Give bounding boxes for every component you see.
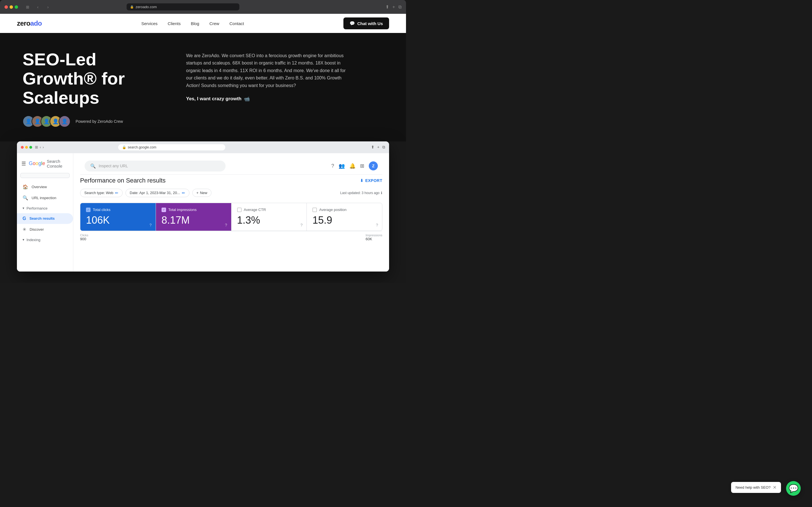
total-clicks-help-icon[interactable]: ? (149, 223, 152, 227)
new-filter-button[interactable]: + New (192, 189, 212, 197)
average-ctr-help-icon[interactable]: ? (300, 223, 303, 227)
inner-nav-btns: ⊞ ‹ › (35, 145, 44, 149)
lock-icon: 🔒 (130, 5, 134, 9)
total-clicks-checkbox[interactable]: ✓ (86, 208, 91, 212)
sidebar-indexing-section[interactable]: ▾ Indexing (17, 235, 73, 245)
date-chip[interactable]: Date: Apr 1, 2023-Mar 31, 20... ✏ (125, 189, 190, 197)
gsc-search-placeholder: Inspect any URL (99, 164, 128, 168)
sidebar-item-discover[interactable]: ✳ Discover (17, 224, 73, 235)
nav-services[interactable]: Services (141, 21, 158, 26)
edit-date-icon[interactable]: ✏ (182, 191, 185, 195)
inner-tabs-icon[interactable]: ⧉ (382, 145, 385, 150)
inner-tl-red[interactable] (21, 146, 24, 149)
website-content: zeroado Services Clients Blog Crew Conta… (0, 14, 406, 272)
cta-button[interactable]: Yes, I want crazy growth 📹 (186, 96, 350, 102)
total-impressions-card[interactable]: ✓ Total impressions 8.17M ? (156, 203, 232, 231)
gsc-body: ☰ Google Search Console 🏠 Overview (17, 153, 389, 272)
logo-ado: ado (30, 19, 42, 27)
sidebar-url-inspection-label: URL inspection (32, 196, 56, 200)
performance-title: Performance on Search results (80, 177, 165, 184)
sidebar-item-overview[interactable]: 🏠 Overview (17, 181, 73, 192)
gsc-label: Search Console (47, 159, 68, 168)
average-position-checkbox[interactable] (312, 208, 317, 212)
gsc-topbar-icons: ? 👥 🔔 ⊞ Z (331, 161, 378, 170)
apps-icon[interactable]: ⊞ (360, 163, 364, 169)
hamburger-icon[interactable]: ☰ (21, 161, 26, 167)
arrow-down-icon-2: ▾ (22, 238, 24, 242)
hero-section: SEO-Led Growth® for Scaleups 👤 👤 👤 👤 👤 P… (0, 33, 406, 142)
total-clicks-card[interactable]: ✓ Total clicks 106K ? (80, 203, 156, 231)
total-clicks-header: ✓ Total clicks (86, 208, 150, 212)
average-ctr-checkbox[interactable] (237, 208, 242, 212)
export-icon: ⬇ (360, 178, 364, 183)
total-impressions-checkbox[interactable]: ✓ (161, 208, 166, 212)
back-icon[interactable]: ‹ (34, 4, 42, 10)
plus-icon: + (197, 191, 199, 195)
nav-clients[interactable]: Clients (168, 21, 181, 26)
sidebar-performance-label: Performance (27, 206, 47, 210)
cta-icon: 📹 (244, 96, 250, 102)
hero-title: SEO-Led Growth® for Scaleups (22, 50, 169, 108)
average-position-label: Average position (319, 208, 347, 212)
sidebar-performance-section[interactable]: ▾ Performance (17, 203, 73, 213)
average-position-card[interactable]: Average position 15.9 ? (307, 203, 382, 231)
clicks-value: 900 (80, 237, 88, 241)
nav-blog[interactable]: Blog (191, 21, 199, 26)
address-bar[interactable]: 🔒 zeroado.com (126, 3, 239, 10)
search-type-label: Search type: Web (84, 191, 113, 195)
average-ctr-header: Average CTR (237, 208, 301, 212)
inner-forward-icon[interactable]: › (43, 145, 44, 149)
share-icon[interactable]: ⬆ (386, 4, 389, 10)
help-icon[interactable]: ? (331, 163, 334, 169)
sidebar-toggle-icon[interactable]: ⊞ (24, 4, 32, 10)
search-type-chip[interactable]: Search type: Web ✏ (80, 189, 123, 197)
chat-with-us-button[interactable]: 💬 Chat with Us (343, 17, 389, 29)
forward-icon[interactable]: › (44, 4, 52, 10)
inner-tab-icon[interactable]: ⊞ (35, 145, 38, 149)
user-avatar[interactable]: Z (369, 161, 378, 170)
metric-cards: ✓ Total clicks 106K ? ✓ Total impression… (80, 203, 382, 231)
performance-header: Performance on Search results ⬇ EXPORT (80, 175, 382, 184)
outer-browser: ⊞ ‹ › 🔒 zeroado.com ⬆ + ⧉ zeroado Servic… (0, 0, 406, 272)
tl-yellow[interactable] (10, 5, 13, 9)
nav-crew[interactable]: Crew (209, 21, 219, 26)
sidebar-search-results-label: Search results (29, 216, 55, 221)
gsc-main-content: 🔍 Inspect any URL ? 👥 🔔 ⊞ Z (73, 153, 389, 272)
average-ctr-card[interactable]: Average CTR 1.3% ? (232, 203, 307, 231)
tabs-icon[interactable]: ⧉ (398, 4, 402, 10)
average-position-help-icon[interactable]: ? (376, 223, 378, 227)
gsc-topbar: 🔍 Inspect any URL ? 👥 🔔 ⊞ Z (80, 158, 382, 175)
home-icon: 🏠 (22, 184, 28, 189)
nav-links: Services Clients Blog Crew Contact (141, 21, 244, 26)
inner-share-icon[interactable]: ⬆ (371, 145, 374, 150)
cta-text: Yes, I want crazy growth (186, 96, 242, 102)
property-selector[interactable] (20, 173, 70, 178)
info-icon[interactable]: ℹ (381, 191, 382, 195)
person-add-icon[interactable]: 👥 (339, 163, 345, 169)
export-button[interactable]: ⬇ EXPORT (360, 178, 382, 183)
impressions-stat: Impressions 60K (366, 233, 382, 241)
edit-icon[interactable]: ✏ (115, 191, 118, 195)
gsc-search-box[interactable]: 🔍 Inspect any URL (85, 161, 225, 172)
inner-address-bar[interactable]: 🔒 search.google.com (118, 144, 225, 151)
inner-tl-green[interactable] (29, 146, 32, 149)
hero-right: We are ZeroAdo. We convert SEO into a fe… (186, 50, 350, 102)
crew-label: Powered by ZeroAdo Crew (75, 119, 123, 124)
sidebar-item-search-results[interactable]: G Search results (17, 213, 73, 224)
inner-lock-icon: 🔒 (122, 145, 126, 149)
nav-contact[interactable]: Contact (230, 21, 244, 26)
tl-green[interactable] (15, 5, 18, 9)
sidebar-item-url-inspection[interactable]: 🔍 URL inspection (17, 192, 73, 203)
impressions-value: 60K (366, 237, 382, 241)
inner-titlebar: ⊞ ‹ › 🔒 search.google.com ⬆ + ⧉ (17, 142, 389, 153)
inner-traffic-lights (21, 146, 32, 149)
notification-icon[interactable]: 🔔 (349, 163, 356, 169)
total-impressions-help-icon[interactable]: ? (225, 223, 227, 227)
new-tab-icon[interactable]: + (393, 4, 395, 10)
inner-new-tab-icon[interactable]: + (377, 145, 379, 150)
hero-crew: 👤 👤 👤 👤 👤 Powered by ZeroAdo Crew (22, 115, 169, 127)
gsc-logo: Google Search Console (29, 159, 68, 168)
inner-back-icon[interactable]: ‹ (40, 145, 41, 149)
inner-tl-yellow[interactable] (25, 146, 28, 149)
tl-red[interactable] (4, 5, 8, 9)
